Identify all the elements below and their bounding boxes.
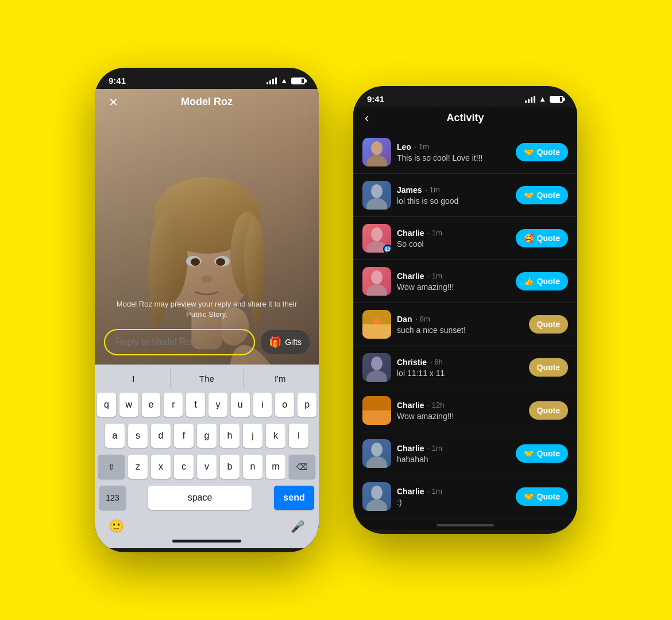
kb-suggestion-2[interactable]: The bbox=[171, 369, 244, 388]
user-line: Charlie · 1m bbox=[397, 272, 510, 281]
activity-content: Leo · 1m This is so cool! Love it!!! bbox=[397, 142, 510, 162]
user-line: Leo · 1m bbox=[397, 142, 510, 152]
kb-key-y[interactable]: y bbox=[208, 393, 227, 417]
kb-key-x[interactable]: x bbox=[151, 455, 171, 479]
activity-title: Activity bbox=[365, 112, 566, 124]
quote-button[interactable]: 🤝 Quote bbox=[516, 487, 568, 506]
svg-rect-24 bbox=[362, 324, 391, 339]
quote-button[interactable]: Quote bbox=[529, 358, 568, 377]
activity-content: Charlie · 1m Wow amazing!!! bbox=[397, 272, 510, 292]
gifts-button[interactable]: 🎁 Gifts bbox=[261, 330, 310, 354]
kb-key-n[interactable]: n bbox=[243, 455, 262, 479]
kb-key-w[interactable]: w bbox=[119, 393, 138, 417]
kb-shift[interactable]: ⇧ bbox=[98, 455, 125, 479]
message-text: This is so cool! Love it!!! bbox=[397, 153, 510, 162]
list-item: Charlie · 12h Wow amazing!!! Quote bbox=[353, 389, 577, 432]
kb-key-o[interactable]: o bbox=[275, 393, 294, 417]
gift-icon: 🎁 bbox=[269, 336, 281, 348]
quote-button[interactable]: 👍 Quote bbox=[516, 272, 568, 290]
quote-button[interactable]: Quote bbox=[529, 401, 568, 420]
quote-emoji: 🤝 bbox=[524, 492, 534, 501]
timestamp: · 1m bbox=[427, 272, 442, 280]
right-status-time: 9:41 bbox=[367, 94, 384, 104]
kb-send[interactable]: send bbox=[274, 486, 314, 510]
kb-key-c[interactable]: c bbox=[174, 455, 194, 479]
user-line: Charlie · 1m bbox=[397, 487, 510, 496]
reply-input[interactable] bbox=[104, 329, 255, 355]
kb-key-b[interactable]: b bbox=[220, 455, 240, 479]
svg-point-25 bbox=[373, 318, 380, 325]
list-item: 21 Charlie · 1m So cool 🥰 Quote bbox=[353, 217, 577, 260]
quote-label: Quote bbox=[537, 191, 560, 200]
message-text: hahahah bbox=[397, 455, 510, 464]
quote-button[interactable]: 🥰 Quote bbox=[516, 229, 568, 247]
svg-point-22 bbox=[366, 284, 387, 296]
left-status-bar: 9:41 ▲ bbox=[95, 68, 319, 89]
kb-key-k[interactable]: k bbox=[266, 424, 285, 448]
quote-button[interactable]: Quote bbox=[529, 315, 568, 334]
kb-key-p[interactable]: p bbox=[298, 393, 316, 417]
kb-numbers[interactable]: 123 bbox=[99, 486, 126, 510]
quote-button[interactable]: 🤝 Quote bbox=[516, 444, 568, 463]
quote-label: Quote bbox=[537, 148, 560, 157]
kb-key-r[interactable]: r bbox=[164, 393, 183, 417]
close-button[interactable]: ✕ bbox=[109, 95, 118, 109]
activity-content: Christie · 6h lol 11:11 x 11 bbox=[397, 358, 523, 378]
svg-point-26 bbox=[371, 356, 383, 370]
avatar-badge: 21 bbox=[383, 245, 391, 253]
back-button[interactable]: ‹ bbox=[365, 111, 369, 126]
kb-key-t[interactable]: t bbox=[186, 393, 205, 417]
activity-content: Charlie · 1m :) bbox=[397, 487, 510, 507]
quote-button[interactable]: 🤝 Quote bbox=[516, 186, 568, 204]
kb-key-e[interactable]: e bbox=[142, 393, 161, 417]
user-line: James · 1m bbox=[397, 185, 510, 195]
reply-input-row: 🎁 Gifts bbox=[95, 329, 319, 365]
kb-suggestion-1[interactable]: I bbox=[97, 369, 171, 388]
quote-button[interactable]: 🤝 Quote bbox=[516, 143, 568, 161]
right-phone: 9:41 ▲ ‹ Activity bbox=[353, 86, 577, 534]
kb-key-h[interactable]: h bbox=[220, 424, 240, 448]
reply-header: ✕ Model Roz bbox=[95, 89, 319, 115]
list-item: James · 1m lol this is so good 🤝 Quote bbox=[353, 174, 577, 217]
kb-key-g[interactable]: g bbox=[197, 424, 217, 448]
right-status-icons: ▲ bbox=[525, 95, 563, 103]
kb-key-z[interactable]: z bbox=[128, 455, 148, 479]
timestamp: · 1m bbox=[426, 185, 440, 194]
kb-suggestion-3[interactable]: I'm bbox=[244, 369, 316, 388]
quote-label: Quote bbox=[537, 320, 560, 329]
kb-key-m[interactable]: m bbox=[266, 455, 285, 479]
activity-list: Leo · 1m This is so cool! Love it!!! 🤝 Q… bbox=[353, 131, 577, 521]
timestamp: · 1m bbox=[427, 444, 442, 452]
kb-key-f[interactable]: f bbox=[174, 424, 194, 448]
kb-key-s[interactable]: s bbox=[128, 424, 148, 448]
user-line: Christie · 6h bbox=[397, 358, 523, 367]
avatar bbox=[362, 138, 391, 166]
kb-key-v[interactable]: v bbox=[197, 455, 217, 479]
kb-key-q[interactable]: q bbox=[97, 393, 116, 417]
user-line: Charlie · 1m bbox=[397, 444, 510, 453]
battery-icon-right bbox=[550, 96, 563, 103]
wifi-icon: ▲ bbox=[280, 76, 288, 85]
emoji-icon[interactable]: 🙂 bbox=[109, 519, 124, 534]
timestamp: · 1m bbox=[427, 487, 442, 495]
kb-space[interactable]: space bbox=[148, 486, 252, 510]
svg-point-30 bbox=[371, 443, 383, 456]
kb-backspace[interactable]: ⌫ bbox=[289, 455, 315, 479]
message-text: :) bbox=[397, 498, 510, 507]
kb-bottom-row: 123 space send bbox=[97, 486, 316, 510]
kb-key-d[interactable]: d bbox=[151, 424, 171, 448]
microphone-icon[interactable]: 🎤 bbox=[291, 520, 305, 533]
kb-key-u[interactable]: u bbox=[231, 393, 250, 417]
avatar bbox=[362, 353, 391, 382]
username: James bbox=[397, 185, 422, 195]
svg-point-16 bbox=[366, 155, 387, 166]
quote-label: Quote bbox=[537, 234, 560, 243]
quote-emoji: 🤝 bbox=[524, 148, 534, 157]
kb-key-a[interactable]: a bbox=[105, 424, 125, 448]
activity-content: James · 1m lol this is so good bbox=[397, 185, 510, 206]
privacy-notice: Model Roz may preview your reply and sha… bbox=[95, 299, 319, 329]
kb-key-l[interactable]: l bbox=[289, 424, 308, 448]
kb-key-i[interactable]: i bbox=[253, 393, 272, 417]
svg-point-15 bbox=[371, 141, 383, 155]
kb-key-j[interactable]: j bbox=[243, 424, 262, 448]
